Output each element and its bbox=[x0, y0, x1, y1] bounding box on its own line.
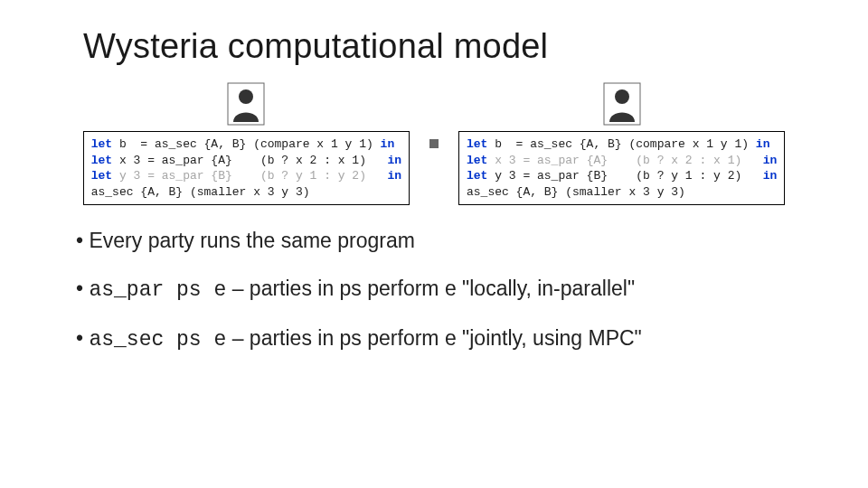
bullet-sep: – bbox=[226, 326, 250, 350]
slide-title: Wysteria computational model bbox=[83, 27, 868, 66]
bullet-text: parties in ps perform e "locally, in-par… bbox=[250, 277, 635, 300]
kw-let: let bbox=[467, 169, 487, 183]
code-box-a: let b = as_sec {A, B} (compare x 1 y 1) … bbox=[83, 131, 410, 205]
kw-let: let bbox=[467, 154, 487, 167]
code-text: y 3 = as_par {B} (b ? y 1 : y 2) bbox=[487, 169, 762, 183]
person-icon bbox=[603, 82, 641, 126]
kw-let: let bbox=[91, 169, 112, 183]
code-gray: {A} (b ? x 2 : x 1) bbox=[587, 154, 763, 167]
bullet-code: as_sec ps e bbox=[89, 328, 226, 352]
divider-square bbox=[429, 139, 439, 148]
bullet-item: as_sec ps e – parties in ps perform e "j… bbox=[76, 324, 868, 354]
kw-in: in bbox=[763, 154, 778, 167]
svg-point-3 bbox=[615, 89, 629, 104]
bullet-text: parties in ps perform e "jointly, using … bbox=[250, 326, 642, 350]
code-gray: x 3 = as_par bbox=[487, 154, 586, 167]
kw-in: in bbox=[387, 154, 401, 167]
kw-let: let bbox=[91, 154, 112, 167]
kw-in: in bbox=[387, 169, 401, 183]
kw-in: in bbox=[381, 137, 395, 151]
kw-in: in bbox=[763, 169, 778, 183]
code-text: b = as_sec {A, B} (compare x 1 y 1) bbox=[112, 137, 380, 151]
party-block-b: let b = as_sec {A, B} (compare x 1 y 1) … bbox=[458, 82, 785, 205]
code-gray: {B} (b ? y 1 : y 2) bbox=[211, 169, 387, 183]
kw-let: let bbox=[91, 137, 112, 151]
party-block-a: let b = as_sec {A, B} (compare x 1 y 1) … bbox=[83, 82, 410, 205]
code-gray: y 3 = as_par bbox=[112, 169, 211, 183]
bullet-code: as_par ps e bbox=[89, 278, 226, 302]
code-box-b: let b = as_sec {A, B} (compare x 1 y 1) … bbox=[458, 131, 785, 205]
code-text: x 3 = as_par {A} (b ? x 2 : x 1) bbox=[112, 154, 387, 167]
bullet-list: Every party runs the same program as_par… bbox=[76, 227, 868, 354]
svg-point-1 bbox=[239, 89, 253, 104]
person-icon bbox=[227, 82, 265, 126]
bullet-item: Every party runs the same program bbox=[76, 227, 868, 255]
bullet-sep: – bbox=[226, 277, 250, 300]
bullet-item: as_par ps e – parties in ps perform e "l… bbox=[76, 275, 868, 305]
slide: Wysteria computational model let b = as_… bbox=[0, 0, 868, 488]
party-row: let b = as_sec {A, B} (compare x 1 y 1) … bbox=[0, 82, 868, 205]
kw-let: let bbox=[467, 137, 487, 151]
code-text: as_sec {A, B} (smaller x 3 y 3) bbox=[467, 185, 685, 199]
code-text: b = as_sec {A, B} (compare x 1 y 1) bbox=[487, 137, 755, 151]
bullet-text: Every party runs the same program bbox=[89, 229, 414, 252]
code-text: as_sec {A, B} (smaller x 3 y 3) bbox=[91, 185, 310, 199]
kw-in: in bbox=[756, 137, 770, 151]
